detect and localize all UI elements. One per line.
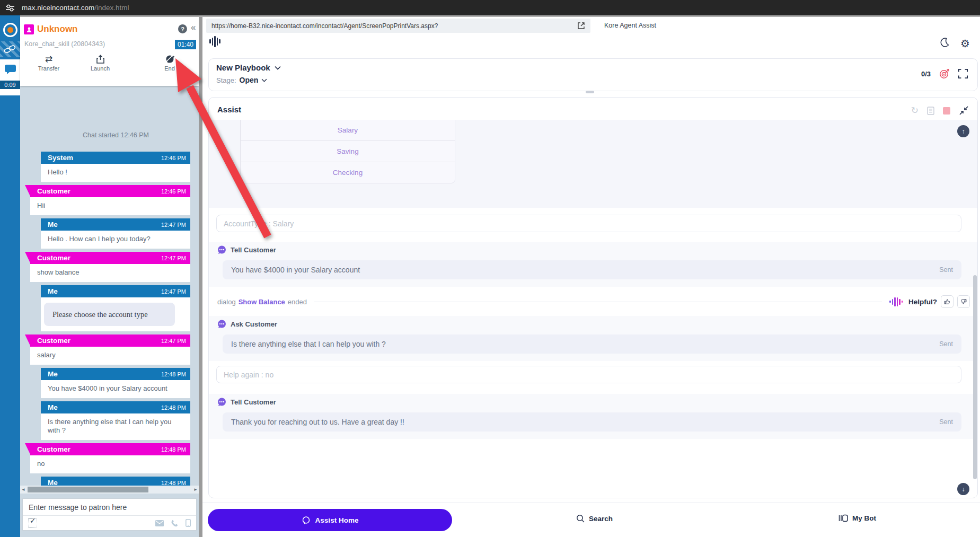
chat-message-agent: Me12:48 PM You have $4000 in your Salary… — [41, 368, 190, 398]
help-icon[interactable]: ? — [178, 24, 187, 33]
dialog-status-row: dialog Show Balance ended Helpful? — [217, 295, 970, 309]
chat-message-agent: Me12:48 PM Is there anything else that I… — [41, 401, 190, 440]
collapse-icon[interactable] — [959, 105, 969, 116]
scrollbar-thumb[interactable] — [28, 487, 148, 492]
chat-message-system: System12:46 PM Hello ! — [41, 152, 190, 182]
account-type-input[interactable]: AccountType : Salary — [216, 215, 961, 232]
message-input[interactable]: Enter message to patron here — [23, 499, 196, 516]
chat-message-agent: Me12:47 PM Hello . How can I help you to… — [41, 218, 190, 249]
target-icon[interactable] — [939, 68, 950, 79]
option-checking[interactable]: Checking — [241, 162, 455, 183]
assist-home-button[interactable]: Assist Home — [208, 509, 452, 531]
left-nav-rail: 0:09 — [0, 15, 20, 537]
auto-send-checkbox[interactable]: ✓ — [28, 518, 37, 527]
person-icon — [26, 27, 32, 33]
assist-entry: Tell Customer Thank you for reaching out… — [209, 394, 977, 439]
contact-timer-badge: 01:40 — [175, 40, 196, 49]
sent-status: Sent — [939, 418, 953, 426]
option-saving[interactable]: Saving — [241, 140, 455, 162]
chat-message-customer: Customer12:48 PM no — [30, 443, 190, 473]
scroll-left-icon[interactable]: ◄ — [20, 487, 27, 492]
assist-entry: Ask Customer Is there anything else that… — [209, 316, 977, 361]
max-agent-window: max.niceincontact.com/index.html 0:09 — [0, 0, 980, 537]
record-icon — [3, 23, 17, 37]
thumbs-down-icon[interactable] — [957, 295, 970, 308]
message-bubble-icon — [217, 398, 226, 407]
screen-pop-url-bar[interactable]: https://home-B32.nice-incontact.com/inco… — [206, 19, 590, 33]
launch-icon — [82, 53, 119, 64]
tune-icon[interactable] — [5, 3, 15, 13]
active-chat-tile[interactable]: 0:09 — [0, 59, 20, 95]
assist-home-icon — [302, 516, 311, 525]
bot-content-area: Salary Saving Checking — [209, 120, 977, 208]
search-button[interactable]: Search — [576, 514, 613, 523]
suggested-message[interactable]: Thank you for reaching out to us. Have a… — [223, 412, 961, 432]
message-composer: Enter message to patron here ✓ — [22, 498, 197, 531]
moon-icon[interactable] — [939, 37, 950, 50]
suggested-message[interactable]: You have $4000 in your Salary account Se… — [223, 260, 961, 279]
panel-divider[interactable] — [199, 17, 202, 537]
fullscreen-icon[interactable] — [958, 69, 968, 78]
chat-duration-badge: 0:09 — [0, 81, 20, 89]
waveform-icon[interactable] — [209, 36, 220, 47]
skill-label: Kore_chat_skill (20804343) — [24, 40, 105, 48]
message-bubble-icon — [217, 320, 226, 329]
phone-icon[interactable] — [171, 519, 179, 527]
account-type-options: Salary Saving Checking — [240, 120, 455, 183]
connections-tile[interactable] — [0, 41, 20, 57]
scroll-right-icon[interactable]: ► — [192, 487, 199, 492]
chat-message-customer: Customer12:47 PM salary — [30, 334, 190, 365]
horizontal-scrollbar[interactable]: ◄ ► — [20, 486, 199, 494]
followup-input[interactable]: Help again : no — [216, 366, 961, 383]
avatar — [24, 24, 34, 34]
playbook-progress: 0/3 — [921, 70, 931, 78]
my-bot-button[interactable]: My Bot — [838, 514, 876, 522]
browser-url[interactable]: max.niceincontact.com/index.html — [22, 4, 129, 12]
launch-button[interactable]: Launch — [82, 53, 119, 72]
search-icon — [576, 514, 585, 523]
bot-prompt-bubble: Please choose the account type — [44, 303, 175, 326]
gear-icon[interactable]: ⚙ — [960, 38, 970, 49]
status-square-icon[interactable] — [943, 107, 950, 115]
my-bot-icon — [838, 514, 848, 522]
chevron-down-icon — [261, 78, 267, 82]
refresh-icon[interactable]: ↻ — [911, 106, 919, 115]
playbook-card: New Playbook Stage: Open 0/3 — [208, 58, 978, 91]
contact-name: Unknown — [37, 24, 78, 34]
panel-resize-handle[interactable] — [586, 91, 594, 93]
transfer-icon: ⇄ — [30, 53, 67, 64]
external-link-icon[interactable] — [577, 22, 585, 30]
transcript-icon[interactable] — [927, 107, 934, 115]
vertical-scrollbar[interactable] — [973, 275, 977, 479]
record-tile[interactable] — [0, 19, 20, 40]
suggested-message[interactable]: Is there anything else that I can help y… — [223, 334, 961, 354]
helpful-waveform-icon — [889, 296, 903, 307]
scroll-to-bottom-button[interactable]: ↓ — [957, 483, 969, 495]
stage-selector[interactable]: Stage: Open — [216, 76, 267, 84]
chat-message-customer: Customer12:47 PM show balance — [30, 252, 190, 282]
feedback-question: Helpful? — [908, 298, 937, 306]
assist-title: Assist — [217, 105, 241, 114]
chat-workspace: Unknown ? « Kore_chat_skill (20804343) 0… — [20, 17, 199, 537]
browser-address-bar: max.niceincontact.com/index.html — [0, 0, 980, 15]
scroll-to-top-button[interactable]: ↑ — [957, 125, 969, 137]
chat-message-agent: Me12:47 PM Please choose the account typ… — [41, 285, 190, 331]
option-salary[interactable]: Salary — [241, 120, 455, 140]
app-title: Kore Agent Assist — [604, 22, 656, 29]
link-icon — [3, 44, 17, 55]
transfer-button[interactable]: ⇄ Transfer — [30, 53, 67, 72]
end-icon — [151, 53, 188, 64]
email-icon[interactable] — [155, 520, 164, 526]
collapse-panel-icon[interactable]: « — [191, 22, 196, 33]
end-button[interactable]: End — [151, 53, 188, 72]
assist-entry: Tell Customer You have $4000 in your Sal… — [209, 242, 977, 287]
thumbs-up-icon[interactable] — [941, 295, 953, 308]
chat-bubble-icon — [4, 64, 16, 75]
playbook-selector[interactable]: New Playbook — [216, 63, 281, 72]
sent-status: Sent — [939, 266, 953, 274]
chat-transcript: Chat started 12:46 PM System12:46 PM Hel… — [20, 86, 199, 486]
chevron-down-icon — [275, 66, 281, 70]
mobile-icon[interactable] — [186, 519, 191, 527]
agent-assist-panel: https://home-B32.nice-incontact.com/inco… — [202, 17, 980, 537]
dialog-name-link[interactable]: Show Balance — [239, 298, 285, 306]
